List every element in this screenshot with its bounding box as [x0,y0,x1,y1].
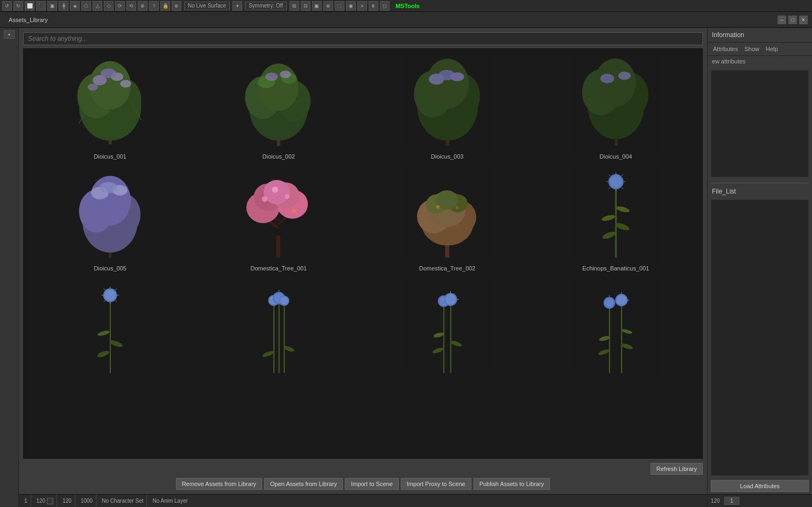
asset-item-domestica-001[interactable]: Domestica_Tree_001 [194,163,363,275]
right-panel-tabs: Attributes Show Help [708,42,812,56]
asset-item-echinops-small-1[interactable] [26,275,194,380]
restore-button[interactable]: □ [788,16,797,24]
load-attributes-button[interactable]: Load Attributes [711,480,809,492]
tool7-icon[interactable]: △ [93,1,102,11]
left-panel-btn-1[interactable]: ▾ [4,30,15,39]
asset-item-echinops-small-2[interactable] [194,275,363,380]
asset-item-echinops-001[interactable]: Echinops_Banaticus_001 [532,163,700,275]
tool1-icon[interactable]: ⬜ [25,1,34,11]
info-preview [711,70,809,177]
asset-item-dioicus-002[interactable]: Dioicus_002 [194,51,363,163]
svg-point-143 [605,298,614,308]
tool2-icon[interactable]: ⬛ [36,1,46,11]
undo-icon[interactable]: ↺ [2,1,12,11]
status-num3: 120 [62,498,72,504]
right-panel: Information Attributes Show Help ew attr… [707,28,812,507]
open-assets-button[interactable]: Open Assets from Library [264,478,343,490]
svg-point-21 [265,73,278,81]
asset-thumbnail-echinops-small-1 [28,278,192,375]
asset-thumbnail-dioicus-003 [365,54,529,151]
asset-thumbnail-dioicus-001 [28,54,192,151]
status-val2: 120 [33,495,58,507]
asset-item-dioicus-005[interactable]: Dioicus_005 [26,163,194,275]
asset-label-dioicus-001: Dioicus_001 [94,153,126,160]
tool14-icon[interactable]: ⊕ [172,1,181,11]
asset-label-dioicus-005: Dioicus_005 [94,265,126,272]
sym1-icon[interactable]: ⊞ [290,1,299,11]
left-panel: ▾ [0,28,19,507]
status-checkbox[interactable] [47,498,53,504]
rp-num1: 120 [711,498,720,504]
asset-item-echinops-small-3[interactable] [363,275,532,380]
svg-point-83 [610,175,622,188]
tool10-icon[interactable]: ⟲ [126,1,136,11]
remove-assets-button[interactable]: Remove Assets from Library [176,478,262,490]
tool4-icon[interactable]: ╋ [59,1,68,11]
publish-assets-button[interactable]: Publish Assets to Library [474,478,550,490]
sym4-icon[interactable]: ⊕ [323,1,333,11]
svg-point-31 [438,70,455,80]
svg-point-145 [617,295,626,305]
import-proxy-button[interactable]: Import Proxy to Scene [401,478,471,490]
asset-item-dioicus-001[interactable]: Dioicus_001 [26,51,194,163]
asset-label-echinops-001: Echinops_Banaticus_001 [582,265,649,272]
asset-item-dioicus-004[interactable]: Dioicus_004 [532,51,700,163]
no-char-set-label: No Character Set [102,498,143,504]
tool12-icon[interactable]: ? [149,1,159,11]
sym3-icon[interactable]: ▣ [312,1,322,11]
sym2-icon[interactable]: ⊟ [301,1,310,11]
asset-grid-container[interactable]: Dioicus_001 [23,48,703,459]
tab-attributes[interactable]: Attributes [711,45,740,53]
tab-help[interactable]: Help [764,45,780,53]
action-buttons-row: Remove Assets from Library Open Assets f… [23,478,703,490]
asset-thumbnail-domestica-002 [365,166,529,263]
asset-item-domestica-002[interactable]: Domestica_Tree_002 [363,163,532,275]
svg-point-61 [272,187,279,193]
sym8-icon[interactable]: ⏸ [369,1,378,11]
svg-rect-109 [279,304,280,373]
svg-rect-137 [621,305,622,373]
mstools-label: MSTools [396,3,420,9]
asset-thumbnail-dioicus-005 [28,166,192,263]
refresh-library-button[interactable]: Refresh Library [651,463,703,475]
sym9-icon[interactable]: ◻ [380,1,390,11]
tab-show[interactable]: Show [742,45,761,53]
tool3-icon[interactable]: ▣ [47,1,57,11]
close-button[interactable]: ✕ [799,16,808,24]
redo-icon[interactable]: ↻ [13,1,23,11]
asset-thumbnail-echinops-001 [534,166,698,263]
svg-point-22 [280,70,291,78]
asset-thumbnail-dioicus-004 [534,54,698,151]
rp-val-box[interactable]: 1 [724,497,739,505]
search-input[interactable] [23,32,703,45]
asset-thumbnail-echinops-small-2 [196,278,361,375]
sym6-icon[interactable]: ◉ [346,1,356,11]
center-content: Dioicus_001 [19,28,707,507]
file-list-label: File_List [708,185,812,197]
sym7-icon[interactable]: ≡ [357,1,367,11]
asset-item-dioicus-003[interactable]: Dioicus_003 [363,51,532,163]
asset-label-dioicus-003: Dioicus_003 [431,153,464,160]
import-scene-button[interactable]: Import to Scene [345,478,399,490]
tool8-icon[interactable]: ◇ [104,1,114,11]
svg-rect-136 [609,309,610,373]
svg-rect-50 [276,235,280,258]
symmetry-label: Symmetry: Off [245,2,287,10]
tool11-icon[interactable]: ⊕ [138,1,147,11]
tool13-icon[interactable]: 🔒 [160,1,170,11]
svg-point-48 [100,182,117,194]
tool5-icon[interactable]: ◈ [70,1,80,11]
no-anim-layer-label: No Anim Layer [152,498,188,504]
tool9-icon[interactable]: ⟳ [115,1,125,11]
svg-point-59 [262,196,267,202]
asset-item-echinops-small-4[interactable] [532,275,700,380]
right-panel-sub-attrs[interactable]: ew attributes [708,56,812,67]
tool6-icon[interactable]: ⬡ [81,1,91,11]
asset-thumbnail-domestica-001 [196,166,361,263]
window-titlebar: Assets_Library ─ □ ✕ [0,12,812,28]
minimize-button[interactable]: ─ [778,16,786,24]
sym5-icon[interactable]: ⬚ [335,1,344,11]
dropdown-icon[interactable]: ▾ [232,1,242,11]
svg-point-38 [600,74,614,83]
svg-rect-93 [110,301,111,373]
